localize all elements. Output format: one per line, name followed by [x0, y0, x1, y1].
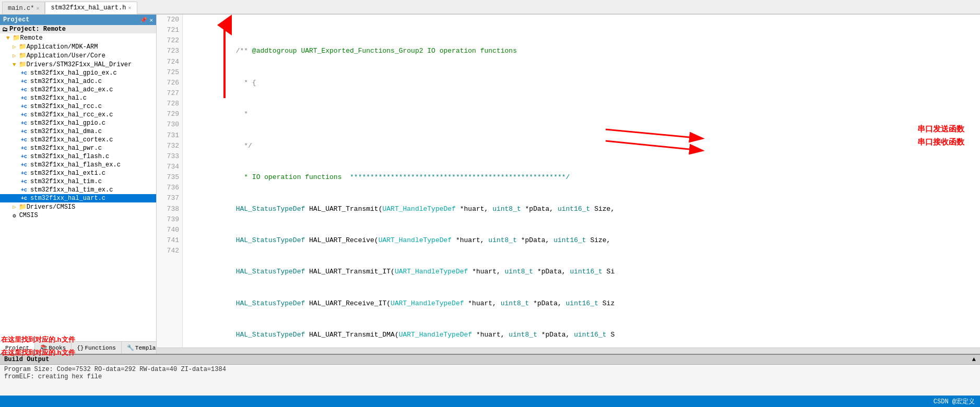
tab-uart-h-close[interactable]: ✕ — [128, 5, 131, 11]
ln-721: 721 — [160, 25, 179, 35]
build-output: Build Output ▲ Program Size: Code=7532 R… — [0, 354, 980, 396]
status-bar: CSDN @宏定义 — [0, 396, 980, 407]
tab-main-c-close[interactable]: ✕ — [36, 5, 39, 11]
tree-item-adc[interactable]: +c stm32f1xx_hal_adc.c — [0, 77, 156, 86]
code-line-727: HAL_StatusTypeDef HAL_UART_Transmit_IT(U… — [187, 256, 980, 267]
tree-item-rcc[interactable]: +c stm32f1xx_hal_rcc.c — [0, 102, 156, 111]
gear-icon: ⚙ — [13, 212, 16, 219]
ln-735: 735 — [160, 172, 179, 183]
tree-item-exti[interactable]: +c stm32f1xx_hal_exti.c — [0, 169, 156, 177]
ln-736: 736 — [160, 183, 179, 193]
tree-item-gpio-ex[interactable]: +c stm32f1xx_hal_gpio_ex.c — [0, 69, 156, 77]
pin-icon[interactable]: 📌 — [140, 17, 147, 23]
tab-main-c[interactable]: main.c* ✕ — [2, 2, 45, 14]
tree-item-remote[interactable]: ▼ 📁 Remote — [0, 33, 156, 42]
tree-item-rcc-ex[interactable]: +c stm32f1xx_hal_rcc_ex.c — [0, 111, 156, 119]
code-line-721: * { — [187, 67, 980, 78]
tim-ex-label: stm32f1xx_hal_tim_ex.c — [30, 186, 113, 194]
tree-item-hal[interactable]: +c stm32f1xx_hal.c — [0, 94, 156, 102]
ln-729: 729 — [160, 109, 179, 119]
tree-item-drivers-cmsis[interactable]: ▷ 📁 Drivers/CMSIS — [0, 202, 156, 211]
app-user-label: Application/User/Core — [27, 52, 105, 59]
project-root-item[interactable]: 🗂 Project: Remote — [0, 25, 156, 33]
ln-734: 734 — [160, 162, 179, 172]
build-output-expand-icon[interactable]: ▲ — [972, 356, 976, 363]
file-c-icon12: +c — [21, 162, 27, 168]
tree-item-app-user[interactable]: ▷ 📁 Application/User/Core — [0, 51, 156, 60]
drivers-label: Drivers/STM32F1xx_HAL_Driver — [27, 61, 132, 68]
tree-item-uart-c[interactable]: +c stm32f1xx_hal_uart.c — [0, 194, 156, 202]
annotation-send-label: 串口发送函数 — [917, 124, 964, 134]
code-line-728: HAL_StatusTypeDef HAL_UART_Receive_IT(UA… — [187, 288, 980, 298]
tree-item-gpio[interactable]: +c stm32f1xx_hal_gpio.c — [0, 119, 156, 127]
templates-tab-label: Templates — [135, 345, 157, 351]
ln-742: 742 — [160, 246, 179, 256]
tree-item-cmsis[interactable]: ⚙ CMSIS — [0, 211, 156, 220]
uart-c-label: stm32f1xx_hal_uart.c — [30, 195, 105, 202]
file-c-icon4: +c — [21, 95, 27, 101]
sidebar-header-icons: 📌 ✕ — [140, 17, 153, 23]
horizontal-scrollbar[interactable] — [157, 348, 980, 354]
folder-icon4: 📁 — [19, 52, 27, 59]
sidebar-tab-functions[interactable]: {} Functions — [72, 342, 122, 354]
ln-730: 730 — [160, 119, 179, 130]
file-c-icon: +c — [21, 70, 27, 76]
ln-724: 724 — [160, 57, 179, 67]
tree-item-app-mdk[interactable]: ▷ 📁 Application/MDK-ARM — [0, 42, 156, 51]
adc-label: stm32f1xx_hal_adc.c — [30, 78, 102, 85]
app-mdk-label: Application/MDK-ARM — [27, 43, 98, 51]
sidebar-bottom-annotation: 在这里找到对应的.h文件 — [1, 348, 75, 357]
tree-item-tim-ex[interactable]: +c stm32f1xx_hal_tim_ex.c — [0, 186, 156, 194]
ln-738: 738 — [160, 204, 179, 214]
project-label: Project: Remote — [9, 26, 66, 33]
tree-item-drivers[interactable]: ▼ 📁 Drivers/STM32F1xx_HAL_Driver — [0, 60, 156, 69]
tree-item-flash[interactable]: +c stm32f1xx_hal_flash.c — [0, 152, 156, 161]
file-c-icon10: +c — [21, 146, 27, 151]
file-c-icon9: +c — [21, 137, 27, 143]
code-line-722: * — [187, 99, 980, 109]
remote-label: Remote — [20, 34, 43, 42]
exti-label: stm32f1xx_hal_exti.c — [30, 170, 105, 177]
close-sidebar-icon[interactable]: ✕ — [149, 17, 153, 23]
folder-collapsed-icon3: ▷ — [13, 204, 16, 210]
tab-bar-spacer — [137, 14, 980, 14]
file-c-icon7: +c — [21, 121, 27, 126]
gpio-ex-label: stm32f1xx_hal_gpio_ex.c — [30, 69, 117, 77]
cortex-label: stm32f1xx_hal_cortex.c — [30, 136, 113, 143]
tab-uart-h[interactable]: stm32f1xx_hal_uart.h ✕ — [45, 2, 137, 14]
file-c-icon11: +c — [21, 154, 27, 160]
annotation-recv-label: 串口接收函数 — [917, 137, 964, 147]
file-c-icon2: +c — [21, 79, 27, 85]
editor-content: 720 721 722 723 724 725 726 727 728 729 … — [157, 15, 980, 348]
sidebar-tab-templates[interactable]: 🔧 Templates — [122, 342, 157, 354]
sidebar-tree[interactable]: 🗂 Project: Remote ▼ 📁 Remote ▷ 📁 Applica… — [0, 25, 156, 341]
tree-item-pwr[interactable]: +c stm32f1xx_hal_pwr.c — [0, 144, 156, 152]
code-line-724: * IO operation functions ***************… — [187, 162, 980, 172]
folder-collapsed-icon: ▷ — [13, 43, 16, 50]
ln-728: 728 — [160, 99, 179, 109]
tab-uart-h-label: stm32f1xx_hal_uart.h — [51, 4, 126, 11]
code-line-725: HAL_StatusTypeDef HAL_UART_Transmit(UART… — [187, 193, 980, 204]
tim-label: stm32f1xx_hal_tim.c — [30, 178, 102, 185]
cmsis-label: CMSIS — [19, 212, 38, 219]
file-c-icon15: +c — [21, 187, 27, 193]
file-c-icon3: +c — [21, 87, 27, 93]
code-line-720: /** @addtogroup UART_Exported_Functions_… — [187, 35, 980, 46]
content-area: Project 📌 ✕ 🗂 Project: Remote ▼ 📁 Rem — [0, 15, 980, 354]
build-line-2: fromELF: creating hex file — [4, 373, 976, 380]
functions-tab-icon: {} — [77, 345, 84, 351]
code-area[interactable]: /** @addtogroup UART_Exported_Functions_… — [183, 15, 980, 348]
ln-726: 726 — [160, 78, 179, 88]
tree-item-flash-ex[interactable]: +c stm32f1xx_hal_flash_ex.c — [0, 161, 156, 169]
ln-733: 733 — [160, 151, 179, 162]
tree-item-dma[interactable]: +c stm32f1xx_hal_dma.c — [0, 127, 156, 136]
folder-icon6: 📁 — [19, 203, 27, 211]
tree-item-adc-ex[interactable]: +c stm32f1xx_hal_adc_ex.c — [0, 86, 156, 94]
file-c-icon13: +c — [21, 171, 27, 176]
tree-item-tim[interactable]: +c stm32f1xx_hal_tim.c — [0, 177, 156, 186]
tree-item-cortex[interactable]: +c stm32f1xx_hal_cortex.c — [0, 136, 156, 144]
ln-737: 737 — [160, 193, 179, 204]
sidebar-annotation: 在这里找到对应的.h文件 — [0, 333, 76, 346]
folder-icon3: 📁 — [19, 43, 27, 51]
drivers-cmsis-label: Drivers/CMSIS — [27, 204, 76, 211]
